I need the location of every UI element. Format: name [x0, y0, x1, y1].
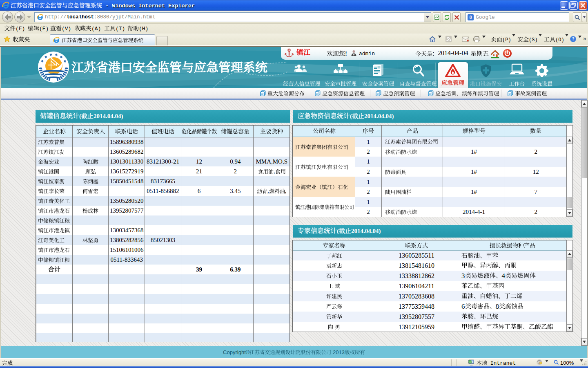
svg-text:?: ?: [572, 37, 574, 41]
